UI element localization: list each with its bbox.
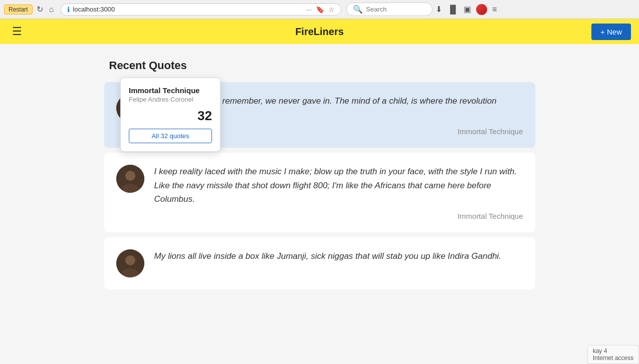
browser-chrome: Restart ↻ ⌂ ℹ localhost:3000 ··· 🔖 ☆ 🔍 ⬇… bbox=[0, 0, 639, 19]
svg-point-4 bbox=[125, 171, 135, 181]
main-content: Recent Quotes Write it down and remember… bbox=[94, 44, 545, 309]
avatar-3[interactable] bbox=[116, 249, 144, 277]
search-input[interactable] bbox=[366, 6, 426, 13]
new-button[interactable]: + New bbox=[591, 24, 631, 40]
search-bar[interactable]: 🔍 bbox=[346, 3, 433, 16]
pocket-icon[interactable]: 🔖 bbox=[316, 6, 324, 14]
quote-content-2: I keep reality laced with the music I ma… bbox=[154, 165, 523, 220]
quote-text-2: I keep reality laced with the music I ma… bbox=[154, 165, 523, 206]
tooltip-popup: Immortal Technique Felipe Andres Coronel… bbox=[120, 78, 221, 152]
download-icon[interactable]: ⬇ bbox=[436, 5, 442, 14]
tooltip-name: Immortal Technique bbox=[129, 86, 212, 95]
quote-content-3: My lions all live inside a box like Juma… bbox=[154, 249, 523, 269]
tooltip-subname: Felipe Andres Coronel bbox=[129, 96, 212, 103]
quote-card-2: I keep reality laced with the music I ma… bbox=[104, 153, 535, 232]
address-text: localhost:3000 bbox=[73, 6, 303, 13]
quote-card-3: My lions all live inside a box like Juma… bbox=[104, 237, 535, 289]
reload-icon[interactable]: ↻ bbox=[35, 4, 45, 15]
address-bar[interactable]: ℹ localhost:3000 ··· 🔖 ☆ bbox=[61, 4, 341, 16]
nav-buttons: Restart ↻ ⌂ bbox=[4, 4, 56, 15]
menu-icon[interactable]: ≡ bbox=[492, 5, 497, 14]
quote-text-3: My lions all live inside a box like Juma… bbox=[154, 249, 523, 263]
search-icon: 🔍 bbox=[353, 5, 363, 14]
more-icon[interactable]: ··· bbox=[306, 6, 312, 14]
section-title: Recent Quotes bbox=[109, 59, 535, 72]
app-title: FireLiners bbox=[295, 26, 344, 38]
layout-icon[interactable]: ▣ bbox=[464, 5, 471, 14]
quote-author-2: Immortal Technique bbox=[154, 212, 523, 220]
tooltip-row: 32 bbox=[129, 108, 212, 124]
avatar-2[interactable] bbox=[116, 165, 144, 193]
svg-point-7 bbox=[125, 255, 135, 265]
home-icon[interactable]: ⌂ bbox=[47, 4, 56, 15]
address-bar-icons: ··· 🔖 ☆ bbox=[306, 6, 335, 14]
profile-avatar[interactable] bbox=[476, 4, 487, 15]
hamburger-button[interactable]: ☰ bbox=[8, 23, 26, 40]
tooltip-count: 32 bbox=[197, 108, 212, 124]
restart-button[interactable]: Restart bbox=[4, 5, 33, 15]
info-icon: ℹ bbox=[67, 6, 70, 14]
star-icon[interactable]: ☆ bbox=[328, 6, 335, 14]
browser-right-icons: ⬇ ▐▌ ▣ ≡ bbox=[436, 4, 497, 15]
library-icon[interactable]: ▐▌ bbox=[447, 5, 459, 14]
app-header: ☰ FireLiners + New bbox=[0, 19, 639, 44]
all-quotes-button[interactable]: All 32 quotes bbox=[129, 129, 212, 143]
